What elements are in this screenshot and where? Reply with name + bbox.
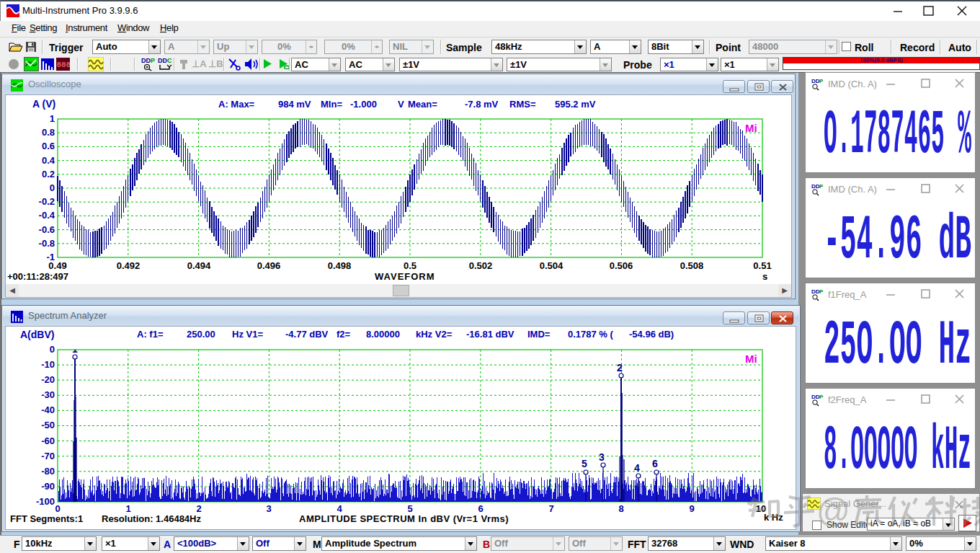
svg-text:@: @ (816, 492, 850, 529)
